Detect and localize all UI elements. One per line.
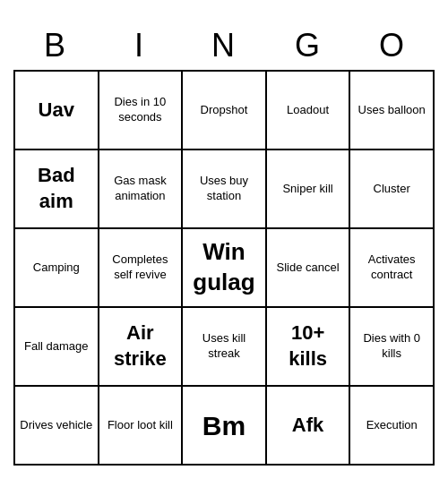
bingo-cell-21: Floor loot kill bbox=[99, 387, 184, 466]
bingo-cell-8: Sniper kill bbox=[267, 150, 351, 229]
bingo-cell-2: Dropshot bbox=[183, 72, 267, 150]
bingo-cell-16: Air strike bbox=[99, 308, 184, 387]
header-letter-b: B bbox=[16, 27, 95, 64]
bingo-cell-19: Dies with 0 kills bbox=[350, 308, 435, 387]
bingo-cell-12: Win gulag bbox=[183, 229, 267, 308]
bingo-header: BINGO bbox=[13, 21, 435, 70]
bingo-cell-15: Fall damage bbox=[15, 308, 99, 387]
bingo-card: BINGO UavDies in 10 secondsDropshotLoado… bbox=[13, 21, 435, 466]
bingo-cell-0: Uav bbox=[15, 72, 99, 150]
header-letter-n: N bbox=[185, 27, 263, 64]
bingo-cell-22: Bm bbox=[183, 387, 267, 466]
bingo-grid: UavDies in 10 secondsDropshotLoadoutUses… bbox=[13, 70, 435, 466]
bingo-cell-1: Dies in 10 seconds bbox=[99, 72, 184, 150]
bingo-cell-3: Loadout bbox=[267, 72, 351, 150]
bingo-cell-14: Activates contract bbox=[350, 229, 435, 308]
bingo-cell-13: Slide cancel bbox=[267, 229, 351, 308]
bingo-cell-23: Afk bbox=[267, 387, 351, 466]
header-letter-o: O bbox=[353, 27, 432, 64]
bingo-cell-17: Uses kill streak bbox=[183, 308, 267, 387]
bingo-cell-7: Uses buy station bbox=[183, 150, 267, 229]
bingo-cell-11: Completes self revive bbox=[99, 229, 184, 308]
bingo-cell-5: Bad aim bbox=[15, 150, 99, 229]
bingo-cell-20: Drives vehicle bbox=[15, 387, 99, 466]
bingo-cell-9: Cluster bbox=[350, 150, 435, 229]
bingo-cell-4: Uses balloon bbox=[350, 72, 435, 150]
bingo-cell-18: 10+ kills bbox=[267, 308, 351, 387]
bingo-cell-6: Gas mask animation bbox=[99, 150, 184, 229]
header-letter-g: G bbox=[269, 27, 348, 64]
bingo-cell-24: Execution bbox=[350, 387, 435, 466]
header-letter-i: I bbox=[100, 27, 179, 64]
bingo-cell-10: Camping bbox=[15, 229, 99, 308]
